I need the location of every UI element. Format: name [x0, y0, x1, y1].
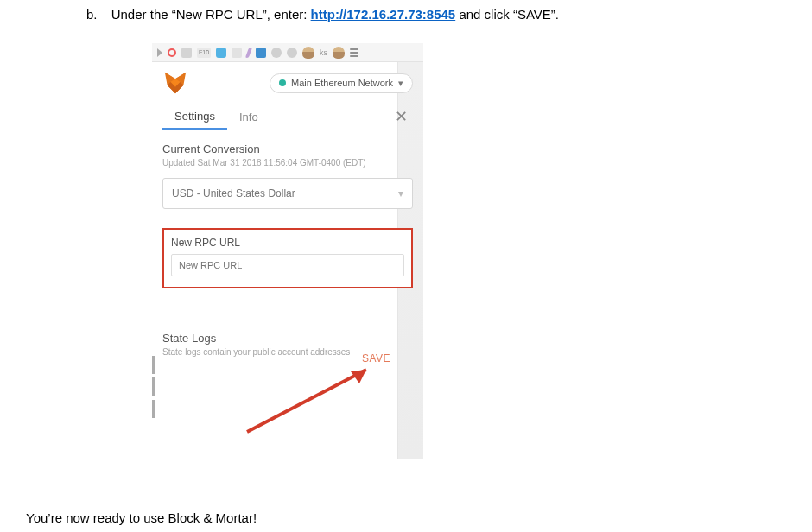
nav-back-icon[interactable] — [157, 48, 162, 57]
tab-info[interactable]: Info — [227, 105, 270, 129]
state-logs-desc: State logs contain your public account a… — [162, 346, 413, 358]
ext-icon-6[interactable] — [287, 48, 297, 58]
rpc-url-link[interactable]: http://172.16.27.73:8545 — [311, 7, 456, 22]
account-avatar-icon[interactable] — [302, 47, 314, 59]
tab-row: Settings Info ✕ — [152, 104, 423, 130]
metamask-popup: Main Ethereum Network ▾ Settings Info ✕ … — [152, 62, 423, 459]
ext-icon-2[interactable] — [216, 48, 226, 58]
tab-settings[interactable]: Settings — [162, 104, 227, 130]
popup-header: Main Ethereum Network ▾ — [162, 71, 413, 95]
network-selector[interactable]: Main Ethereum Network ▾ — [270, 73, 413, 93]
svg-line-6 — [247, 370, 366, 432]
f10-badge: F10 — [197, 48, 211, 58]
state-logs-title: State Logs — [162, 332, 413, 345]
instruction-pre: Under the “New RPC URL”, enter: — [111, 7, 311, 22]
browser-menu-icon[interactable] — [350, 48, 358, 57]
rpc-highlighted-block: New RPC URL — [162, 228, 413, 288]
page-left-stripe — [152, 356, 155, 421]
svg-marker-7 — [351, 370, 366, 383]
metamask-ext-icon[interactable] — [333, 47, 345, 59]
metamask-logo-icon — [162, 71, 188, 95]
currency-select[interactable]: USD - United States Dollar ▾ — [162, 178, 413, 209]
instruction-post: and click “SAVE”. — [459, 7, 559, 22]
network-status-dot — [279, 79, 286, 86]
conversion-title: Current Conversion — [162, 142, 413, 155]
ext-icon-1[interactable] — [181, 48, 192, 58]
rpc-url-input[interactable] — [171, 254, 404, 276]
state-logs-section: State Logs State logs contain your publi… — [162, 332, 413, 358]
list-bullet: b. — [86, 7, 98, 22]
currency-selected-value: USD - United States Dollar — [172, 187, 295, 200]
instruction-line: b. Under the “New RPC URL”, enter: http:… — [86, 7, 559, 22]
ext-icon-5[interactable] — [271, 48, 282, 58]
conversion-updated: Updated Sat Mar 31 2018 11:56:04 GMT-040… — [162, 157, 413, 169]
annotation-arrow — [238, 364, 377, 434]
network-label: Main Ethereum Network — [291, 78, 393, 88]
final-line: You’re now ready to use Block & Mortar! — [26, 510, 257, 525]
rpc-label: New RPC URL — [171, 237, 404, 249]
chevron-down-icon: ▾ — [398, 187, 403, 200]
chevron-down-icon: ▾ — [398, 78, 403, 89]
metamask-screenshot: F10 ks — [152, 43, 423, 459]
ext-icon-pen[interactable] — [245, 48, 252, 58]
close-icon[interactable]: ✕ — [390, 104, 413, 130]
opera-icon[interactable] — [168, 48, 176, 57]
ext-icon-3[interactable] — [232, 48, 242, 58]
toolbar-ks-text: ks — [320, 48, 327, 57]
browser-toolbar: F10 ks — [152, 43, 423, 62]
ext-icon-4[interactable] — [256, 48, 266, 58]
